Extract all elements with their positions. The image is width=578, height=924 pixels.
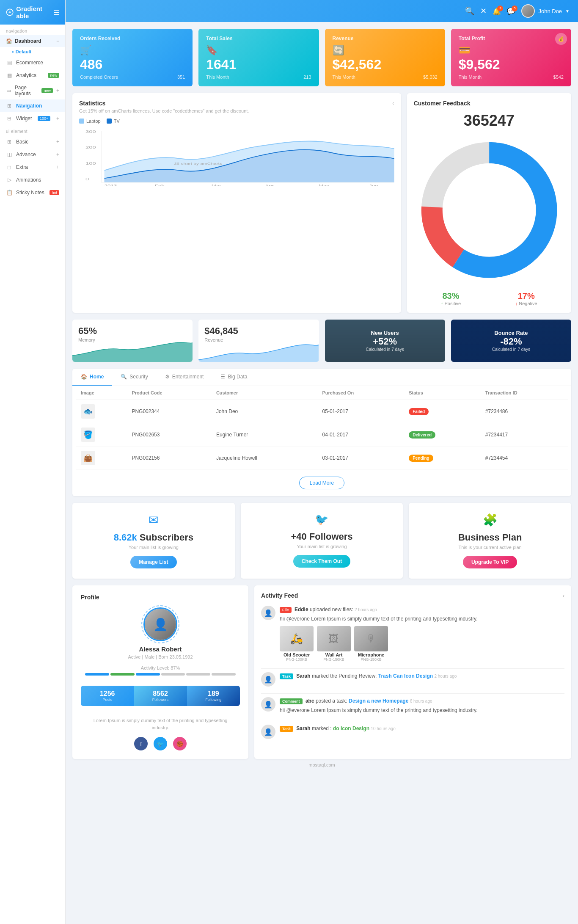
transaction-2: #7234417 — [480, 423, 568, 447]
activity-avatar-4: 👤 — [261, 725, 275, 739]
sidebar-item-page-layouts[interactable]: ▭ Page layouts new + — [0, 82, 65, 99]
activity-bar-4 — [161, 673, 185, 676]
load-more-button[interactable]: Load More — [299, 477, 344, 489]
activity-avatar-1: 👤 — [261, 606, 275, 620]
activity-bar-2 — [110, 673, 135, 676]
sidebar-item-basic[interactable]: ⊞ Basic + — [0, 135, 65, 148]
activity-bar-5 — [186, 673, 210, 676]
feedback-card: Customer Feedback 365247 83% — [407, 93, 571, 313]
entertainment-tab-icon: ⚙ — [165, 374, 170, 380]
feedback-value: 365247 — [414, 112, 564, 130]
tab-home[interactable]: 🏠 Home — [72, 369, 112, 386]
chart-legend: Laptop TV — [79, 119, 394, 124]
load-more-wrapper: Load More — [72, 470, 571, 496]
legend-laptop: Laptop — [79, 119, 101, 124]
activity-desc-3: hii @everone Lorem Ipsum is simply dummy… — [280, 706, 564, 714]
activity-img-scooter: 🛵 Old Scooter PNG-100KB — [280, 626, 314, 662]
plus-icon[interactable]: + — [56, 88, 59, 94]
activity-feed-card: Activity Feed ‹ 👤 File Eddie uploaded ne… — [254, 585, 571, 759]
menu-icon[interactable]: ☰ — [53, 8, 59, 17]
following-value: 189 — [190, 690, 237, 698]
sidebar-item-dashboard[interactable]: 🏠 Dashboard − — [0, 35, 65, 47]
svg-text:Feb: Feb — [155, 184, 165, 186]
profile-card: Profile 👤 Alessa Robert Active | Male | … — [72, 585, 248, 759]
animations-icon: ▷ — [6, 177, 13, 183]
sidebar-item-navigation[interactable]: ⊞ Navigation — [0, 99, 65, 112]
feedback-title: Customer Feedback — [414, 100, 564, 107]
activity-content-1: File Eddie uploaded new files: 2 hours a… — [280, 606, 564, 662]
chat-icon[interactable]: 💬 5 — [507, 7, 515, 15]
arrow-down-icon: ↓ — [515, 301, 518, 306]
stat-sales-label: Total Sales — [206, 36, 311, 41]
negative-label: ↓ Negative — [515, 301, 537, 306]
arrow-up-icon: ↑ — [441, 301, 443, 306]
file-badge: File — [280, 607, 292, 613]
basic-plus-icon[interactable]: + — [56, 139, 59, 145]
product-code-2: PNG002653 — [127, 423, 211, 447]
status-1: Failed — [409, 408, 429, 415]
activity-images-1: 🛵 Old Scooter PNG-100KB 🖼 Wall Art PNG-1… — [280, 626, 564, 662]
sidebar-item-default[interactable]: Default — [0, 47, 65, 56]
table-row: 🪣 PNG002653 Eugine Turner 04-01-2017 Del… — [76, 423, 568, 447]
advance-plus-icon[interactable]: + — [56, 152, 59, 157]
widget-plus-icon[interactable]: + — [56, 116, 59, 121]
comment-badge: Comment — [280, 698, 303, 704]
customer-1: John Deo — [211, 400, 317, 423]
sidebar-item-ecommerce[interactable]: ▤ Ecommerce — [0, 56, 65, 69]
profile-title: Profile — [81, 594, 240, 601]
close-icon[interactable]: ✕ — [480, 6, 487, 16]
topbar-icons: 🔍 ✕ 🔔 3 💬 5 John Doe ▼ — [465, 4, 570, 18]
upgrade-vip-button[interactable]: Upgrade To VIP — [463, 556, 517, 568]
facebook-icon[interactable]: f — [134, 737, 148, 750]
check-them-out-button[interactable]: Check Them Out — [293, 555, 350, 568]
activity-level-label: Activity Level: 87% — [141, 665, 180, 670]
sidebar-item-analytics[interactable]: ▦ Analytics new — [0, 69, 65, 82]
main-content: 🔍 ✕ 🔔 3 💬 5 John Doe ▼ — [66, 0, 578, 924]
stat-card-revenue: Revenue 🔄 $42,562 This Month $5,032 — [325, 29, 445, 86]
twitter-social-icon[interactable]: 🐦 — [154, 737, 167, 750]
user-menu[interactable]: John Doe ▼ — [521, 4, 570, 18]
sidebar-item-sticky-notes[interactable]: 📋 Sticky Notes hot — [0, 186, 65, 199]
stat-profit-icon: 💳 — [459, 45, 564, 56]
bigdata-tab-icon: ☰ — [220, 374, 225, 380]
img-title-microphone: Microphone — [354, 652, 388, 657]
product-code-1: PNG002344 — [127, 400, 211, 423]
activity-desc-1: hii @everone Lorem Ipsum is simply dummy… — [280, 615, 564, 623]
bell-icon[interactable]: 🔔 3 — [493, 7, 501, 15]
manage-list-button[interactable]: Manage List — [130, 556, 176, 568]
sidebar-item-animations[interactable]: ▷ Animations — [0, 174, 65, 186]
svg-text:300: 300 — [85, 130, 96, 134]
subscribers-desc: Your main list is growing — [79, 545, 228, 550]
mini-card-revenue: $46,845 Revenue — [198, 320, 319, 362]
activity-link-3[interactable]: Design a new Homepage — [349, 698, 408, 704]
stat-profit-label: Total Profit — [459, 36, 564, 41]
col-status: Status — [404, 386, 480, 400]
stat-orders-value: 486 — [80, 58, 185, 71]
feedback-positive: 83% ↑ Positive — [441, 291, 461, 306]
sidebar-item-advance[interactable]: ◫ Advance + — [0, 148, 65, 161]
social-card-plan: 🧩 Business Plan This is your current act… — [409, 503, 571, 579]
dribbble-icon[interactable]: 🏀 — [173, 737, 187, 750]
bounce-rate-sub: Calculated in 7 days — [492, 347, 530, 352]
statistics-collapse-icon[interactable]: ‹ — [392, 100, 394, 106]
advance-icon: ◫ — [6, 151, 13, 158]
activity-collapse-icon[interactable]: ‹ — [563, 593, 564, 599]
activity-link-4[interactable]: do Icon Design — [333, 725, 369, 731]
basic-icon: ⊞ — [6, 138, 13, 145]
tab-security[interactable]: 🔍 Security — [112, 369, 156, 386]
search-icon[interactable]: 🔍 — [465, 6, 474, 16]
img-sub-wallart: PNG-150KB — [317, 657, 351, 662]
activity-bars — [81, 673, 240, 676]
tab-bigdata[interactable]: ☰ Big Data — [212, 369, 256, 386]
activity-link-2[interactable]: Trash Can Icon Design — [378, 673, 433, 679]
new-users-sub: Calculated in 7 days — [366, 347, 404, 352]
sidebar-item-extra[interactable]: ◻ Extra + — [0, 161, 65, 174]
sidebar-item-widget[interactable]: ⊟ Widget 100+ + — [0, 112, 65, 125]
extra-icon: ◻ — [6, 164, 13, 171]
feedback-stats: 83% ↑ Positive 17% ↓ Negative — [414, 291, 564, 306]
email-icon: ✉ — [79, 513, 228, 527]
extra-plus-icon[interactable]: + — [56, 164, 59, 170]
tab-entertainment[interactable]: ⚙ Entertainment — [157, 369, 212, 386]
ui-section-label: ui element — [0, 125, 65, 135]
watermark: mostaql.com — [72, 759, 571, 771]
